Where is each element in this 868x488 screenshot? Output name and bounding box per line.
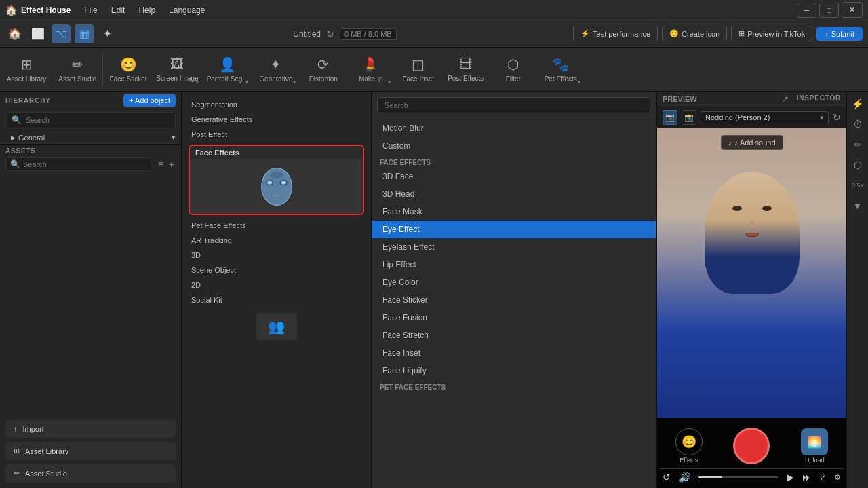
- dropdown-item-face-fusion[interactable]: Face Fusion: [372, 309, 656, 326]
- upload-icon: ↑: [825, 30, 829, 38]
- assets-search-input[interactable]: [23, 160, 146, 168]
- refresh-button[interactable]: ↻: [326, 29, 334, 39]
- dropdown-item-eye-effect[interactable]: Eye Effect: [372, 221, 656, 238]
- progress-bar[interactable]: [698, 476, 778, 478]
- asset-tool-face-inset[interactable]: ◫ Face Inset: [395, 48, 442, 91]
- asset-tool-asset-library[interactable]: ⊞ Asset Library: [3, 48, 50, 91]
- asset-tool-asset-studio[interactable]: ✏ Asset Studio: [54, 48, 101, 91]
- tree-node-pet-face-effects[interactable]: Pet Face Effects: [184, 218, 368, 233]
- hierarchy-search-input[interactable]: [26, 116, 170, 124]
- menu-edit[interactable]: Edit: [106, 3, 131, 17]
- add-asset-button[interactable]: +: [167, 157, 176, 171]
- general-item[interactable]: ▶ General ▾: [0, 131, 181, 144]
- svg-point-4: [281, 181, 285, 184]
- face-effects-card[interactable]: Face Effects: [189, 145, 364, 215]
- create-icon-button[interactable]: 😊 Create icon: [662, 26, 727, 41]
- tree-node-2d[interactable]: 2D: [184, 278, 368, 293]
- upload-wrap[interactable]: 🌅 Upload: [801, 428, 828, 464]
- wand-inspector-icon[interactable]: ✏: [850, 136, 866, 153]
- clock-inspector-icon[interactable]: ⏱: [850, 116, 866, 132]
- face-sticker-label: Face Sticker: [110, 75, 148, 83]
- volume-button[interactable]: 🔊: [679, 472, 690, 483]
- music-icon: ♪: [728, 138, 732, 147]
- tree-node-segmentation[interactable]: Segmentation: [184, 97, 368, 112]
- model-selector[interactable]: Nodding (Person 2) ▾: [701, 111, 829, 124]
- face-inset-label: Face Inset: [402, 75, 434, 83]
- dropdown-item-face-mask[interactable]: Face Mask: [372, 203, 656, 221]
- assets-bottom: ↑ Import ⊞ Asset Library ✏ Asset Studio: [0, 415, 181, 488]
- asset-library-button[interactable]: ⊞ Asset Library: [5, 442, 176, 460]
- file-name: Untitled: [293, 29, 321, 39]
- fullscreen-button[interactable]: ⤢: [820, 473, 826, 482]
- asset-tool-portrait-seg[interactable]: 👤 Portrait Seg... ▾: [203, 48, 252, 91]
- chevron-down-model-icon: ▾: [820, 113, 824, 122]
- dropdown-item-face-stretch[interactable]: Face Stretch: [372, 326, 656, 344]
- menu-help[interactable]: Help: [133, 3, 161, 17]
- tree-node-social-kit[interactable]: Social Kit: [184, 293, 368, 307]
- submit-button[interactable]: ↑ Submit: [816, 27, 863, 41]
- asset-tool-generative[interactable]: ✦ Generative ▾: [252, 48, 300, 91]
- dropdown-item-3d-head[interactable]: 3D Head: [372, 185, 656, 203]
- dropdown-item-eyelash-effect[interactable]: Eyelash Effect: [372, 238, 656, 256]
- share-button[interactable]: ⌥: [52, 24, 71, 43]
- home-button[interactable]: 🏠: [5, 24, 24, 43]
- dropdown-item-custom[interactable]: Custom: [372, 137, 656, 155]
- pet-effects-icon: 🐾: [552, 56, 569, 73]
- record-wrap[interactable]: [733, 428, 770, 464]
- dropdown-item-motion-blur[interactable]: Motion Blur: [372, 119, 656, 137]
- lightning-inspector-icon[interactable]: ⚡: [850, 96, 866, 112]
- asset-tool-makeup[interactable]: 💄 Makeup ▾: [347, 48, 395, 91]
- ui-button[interactable]: ▦: [75, 24, 94, 43]
- scale-inspector-label[interactable]: 0.5x: [850, 177, 866, 193]
- smiley-icon: 😊: [669, 29, 679, 38]
- menu-bar: 🏠 Effect House File Edit Help Language ─…: [0, 0, 868, 20]
- assets-title: ASSETS: [5, 147, 36, 155]
- play-button[interactable]: ▶: [787, 472, 794, 483]
- asset-tool-filter[interactable]: ⬡ Filter: [490, 48, 537, 91]
- dropdown-item-lip-effect[interactable]: Lip Effect: [372, 256, 656, 274]
- preview-external-button[interactable]: ↗: [782, 94, 789, 104]
- hierarchy-section: HIERARCHY + Add object 🔍 ▶ General ▾: [0, 92, 181, 144]
- close-button[interactable]: ✕: [842, 2, 863, 18]
- toolbar-right: ⚡ Test performance 😊 Create icon ⊞ Previ…: [573, 26, 863, 41]
- tree-node-post-effect[interactable]: Post Effect: [184, 127, 368, 142]
- asset-tool-pet-effects[interactable]: 🐾 Pet Effects ▾: [537, 48, 585, 91]
- maximize-button[interactable]: □: [819, 3, 839, 18]
- dropdown-item-3d-face[interactable]: 3D Face: [372, 168, 656, 185]
- replay-button[interactable]: ↺: [663, 472, 671, 483]
- asset-tool-screen-image[interactable]: 🖼 Screen Image ▾: [152, 48, 202, 91]
- settings-playback-button[interactable]: ⚙: [834, 473, 841, 482]
- filter-list-button[interactable]: ≡: [157, 157, 165, 171]
- minimize-button[interactable]: ─: [797, 3, 817, 18]
- menu-file[interactable]: File: [79, 3, 102, 17]
- preview-mode-photo-button[interactable]: 📸: [682, 110, 696, 125]
- dropdown-item-face-sticker[interactable]: Face Sticker: [372, 291, 656, 309]
- add-sound-button[interactable]: ♪ ♪ Add sound: [720, 135, 783, 150]
- preview-mode-video-button[interactable]: 📷: [663, 110, 677, 125]
- asset-toolbar: ⊞ Asset Library ✏ Asset Studio 😊 Face St…: [0, 48, 868, 92]
- preview-tiktok-button[interactable]: ⊞ Preview in TikTok: [731, 26, 812, 41]
- chevron-down-inspector-icon[interactable]: ▼: [850, 198, 866, 214]
- add-object-button[interactable]: + Add object: [123, 94, 176, 107]
- dropdown-item-face-liquify[interactable]: Face Liquify: [372, 362, 656, 379]
- test-performance-button[interactable]: ⚡ Test performance: [573, 26, 658, 41]
- dropdown-search-input[interactable]: [377, 97, 650, 113]
- asset-tool-post-effects[interactable]: 🎞 Post Effects: [442, 48, 490, 91]
- import-button[interactable]: ↑ Import: [5, 420, 176, 438]
- tree-node-ar-tracking[interactable]: AR Tracking: [184, 233, 368, 248]
- tree-node-scene-object[interactable]: Scene Object: [184, 263, 368, 278]
- tree-node-generative-effects[interactable]: Generative Effects: [184, 112, 368, 127]
- settings-button[interactable]: ✦: [98, 24, 117, 43]
- effects-wrap[interactable]: 😊 Effects: [675, 428, 703, 464]
- tree-node-3d[interactable]: 3D: [184, 248, 368, 263]
- next-frame-button[interactable]: ⏭: [802, 472, 812, 483]
- layers-button[interactable]: ⬜: [28, 24, 47, 43]
- asset-tool-face-sticker[interactable]: 😊 Face Sticker: [104, 48, 152, 91]
- asset-tool-distortion[interactable]: ⟳ Distortion: [300, 48, 347, 91]
- refresh-preview-button[interactable]: ↻: [833, 112, 841, 123]
- dropdown-item-eye-color[interactable]: Eye Color: [372, 274, 656, 291]
- asset-studio-button[interactable]: ✏ Asset Studio: [5, 464, 176, 483]
- menu-language[interactable]: Language: [163, 3, 210, 17]
- dropdown-item-face-inset[interactable]: Face Inset: [372, 344, 656, 362]
- blob-inspector-icon[interactable]: ⬡: [850, 157, 866, 173]
